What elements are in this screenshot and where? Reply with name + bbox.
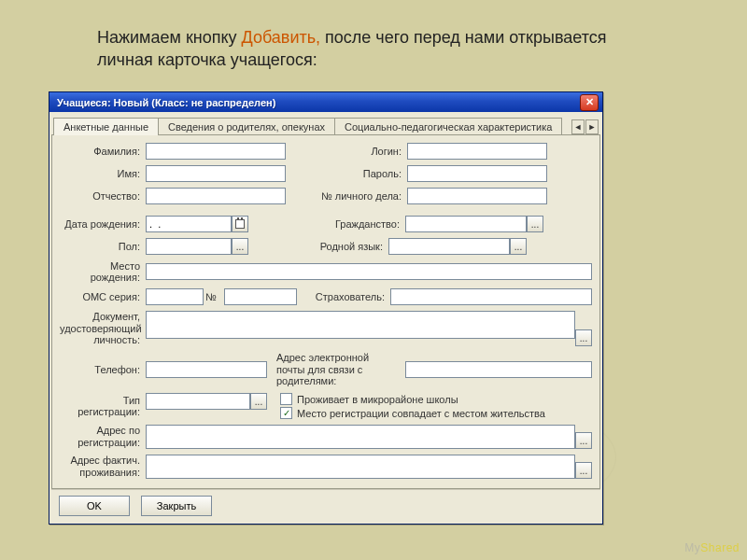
surname-input[interactable] — [146, 143, 286, 160]
tab-scroll-right-icon[interactable]: ► — [585, 119, 599, 134]
password-input[interactable] — [407, 165, 547, 182]
oms-series-input[interactable] — [146, 288, 204, 305]
phone-input[interactable] — [146, 361, 267, 378]
live-addr-input[interactable] — [146, 455, 575, 479]
label-phone: Телефон: — [60, 364, 146, 375]
reg-type-picker-button[interactable]: ... — [250, 393, 267, 410]
tab-scroll: ◄ ► — [571, 119, 600, 134]
form-area: Фамилия: Логин: Имя: Пароль: Отчество: №… — [51, 134, 600, 489]
dialog-window: Учащиеся: Новый (Класс: не распределен) … — [49, 91, 603, 525]
slide-text-before: Нажимаем кнопку — [97, 28, 242, 47]
tab-social-pedagogic[interactable]: Социально-педагогическая характеристика — [334, 118, 562, 135]
birthplace-input[interactable] — [146, 263, 592, 280]
label-birthplace: Место рождения: — [60, 260, 146, 283]
name-input[interactable] — [146, 165, 286, 182]
label-file-no: № личного дела: — [286, 190, 407, 202]
dob-input[interactable] — [146, 216, 232, 232]
label-password: Пароль: — [286, 168, 407, 179]
window-title: Учащиеся: Новый (Класс: не распределен) — [57, 97, 580, 108]
patronymic-input[interactable] — [146, 188, 286, 204]
label-dob: Дата рождения: — [60, 218, 146, 230]
ok-button[interactable]: OK — [59, 496, 130, 516]
tab-strip: Анкетные данные Сведения о родителях, оп… — [51, 114, 600, 134]
live-addr-picker-button[interactable]: ... — [575, 462, 592, 479]
reg-type-input[interactable] — [146, 393, 250, 410]
slide-text-highlight: Добавить, — [242, 28, 321, 47]
label-reg-type: Тип регистрации: — [60, 393, 146, 417]
label-sex: Пол: — [60, 241, 146, 252]
sex-picker-button[interactable]: ... — [232, 238, 248, 255]
reg-addr-picker-button[interactable]: ... — [575, 432, 592, 449]
citizenship-input[interactable] — [405, 216, 527, 232]
label-oms-series: ОМС серия: — [60, 291, 146, 302]
native-lang-input[interactable] — [388, 238, 510, 255]
native-lang-picker-button[interactable]: ... — [510, 238, 527, 255]
label-native-lang: Родной язык: — [248, 241, 388, 252]
titlebar: Учащиеся: Новый (Класс: не распределен) … — [49, 92, 602, 112]
sex-input[interactable] — [146, 238, 232, 255]
id-doc-input[interactable] — [146, 311, 575, 339]
checkbox-address-match[interactable]: ✓ — [280, 407, 292, 419]
tab-scroll-left-icon[interactable]: ◄ — [571, 119, 585, 134]
watermark: MyShared — [684, 541, 740, 554]
label-live-addr: Адрес фактич. проживания: — [60, 455, 146, 478]
dialog-footer: OK Закрыть — [51, 489, 600, 522]
citizenship-picker-button[interactable]: ... — [527, 216, 543, 232]
reg-addr-input[interactable] — [146, 425, 575, 449]
parent-email-input[interactable] — [405, 361, 592, 378]
oms-no-input[interactable] — [224, 288, 297, 305]
label-email-note: Адрес электронной почты для связи с роди… — [267, 352, 405, 387]
id-doc-picker-button[interactable]: ... — [575, 329, 592, 346]
label-reg-addr: Адрес по регистрации: — [60, 425, 146, 448]
label-id-doc: Документ, удостоверяющий личность: — [60, 311, 146, 346]
checkbox-microdistrict[interactable] — [280, 393, 292, 405]
file-no-input[interactable] — [407, 188, 547, 204]
checkbox-microdistrict-label: Проживает в микрорайоне школы — [297, 394, 458, 405]
label-oms-no: № — [204, 291, 224, 302]
client-area: Анкетные данные Сведения о родителях, оп… — [49, 112, 602, 524]
label-name: Имя: — [60, 168, 146, 179]
close-icon[interactable]: ✕ — [580, 94, 599, 111]
close-button[interactable]: Закрыть — [141, 496, 212, 516]
label-citizenship: Гражданство: — [248, 218, 405, 230]
tab-personal-data[interactable]: Анкетные данные — [53, 118, 159, 135]
insurer-input[interactable] — [390, 288, 592, 305]
label-insurer: Страхователь: — [297, 291, 390, 302]
tab-parents-info[interactable]: Сведения о родителях, опекунах — [158, 118, 335, 135]
label-login: Логин: — [286, 146, 407, 157]
slide-instruction: Нажимаем кнопку Добавить, после чего пер… — [97, 26, 657, 72]
checkbox-address-match-label: Место регистрации совпадает с местом жит… — [297, 408, 545, 419]
calendar-icon[interactable] — [232, 216, 248, 232]
login-input[interactable] — [407, 143, 547, 160]
label-surname: Фамилия: — [60, 146, 146, 157]
label-patronymic: Отчество: — [60, 190, 146, 202]
